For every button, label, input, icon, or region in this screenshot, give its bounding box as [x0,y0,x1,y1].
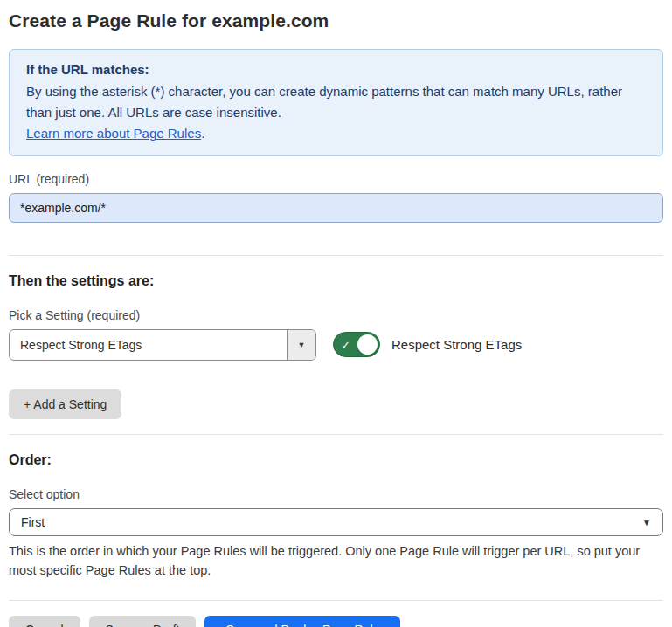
chevron-down-icon: ▼ [298,341,306,349]
info-box-heading: If the URL matches: [26,59,646,80]
order-help-text: This is the order in which your Page Rul… [9,541,663,581]
url-field-label: URL (required) [9,172,663,186]
save-deploy-button[interactable]: Save and Deploy Page Rule [204,616,400,627]
section-divider [9,600,663,601]
order-section-heading: Order: [9,452,663,468]
page-title: Create a Page Rule for example.com [9,10,663,31]
toggle-label: Respect Strong ETags [391,337,522,352]
order-select-value: First [21,515,45,529]
save-draft-button[interactable]: Save as Draft [89,616,197,627]
info-box-body-text: By using the asterisk (*) character, you… [26,84,622,120]
url-section: URL (required) [9,172,663,223]
order-select-label: Select option [9,487,663,501]
url-match-info-box: If the URL matches: By using the asteris… [9,49,663,156]
respect-strong-etags-toggle[interactable]: ✓ [333,332,380,357]
cancel-button[interactable]: Cancel [9,616,80,627]
footer-button-bar: Cancel Save as Draft Save and Deploy Pag… [9,616,663,627]
settings-section-heading: Then the settings are: [9,273,663,289]
chevron-down-icon: ▼ [642,518,651,527]
setting-row: Pick a Setting (required) Respect Strong… [9,308,663,361]
section-divider [9,255,663,256]
add-setting-button[interactable]: + Add a Setting [9,389,121,419]
info-box-body: By using the asterisk (*) character, you… [26,81,646,144]
create-page-rule-form: Create a Page Rule for example.com If th… [0,0,672,627]
setting-picker-column: Pick a Setting (required) Respect Strong… [9,308,316,361]
setting-select-value: Respect Strong ETags [10,330,287,360]
check-icon: ✓ [341,339,350,350]
order-select[interactable]: First ▼ [9,508,663,536]
setting-select-arrow-button[interactable]: ▼ [287,330,315,360]
setting-picker-label: Pick a Setting (required) [9,308,316,322]
setting-select[interactable]: Respect Strong ETags ▼ [9,329,316,361]
url-input[interactable] [9,193,663,223]
learn-more-link[interactable]: Learn more about Page Rules [26,126,201,141]
link-period: . [201,126,204,141]
section-divider [9,434,663,435]
toggle-knob [357,334,378,355]
etag-toggle-group: ✓ Respect Strong ETags [333,332,522,357]
